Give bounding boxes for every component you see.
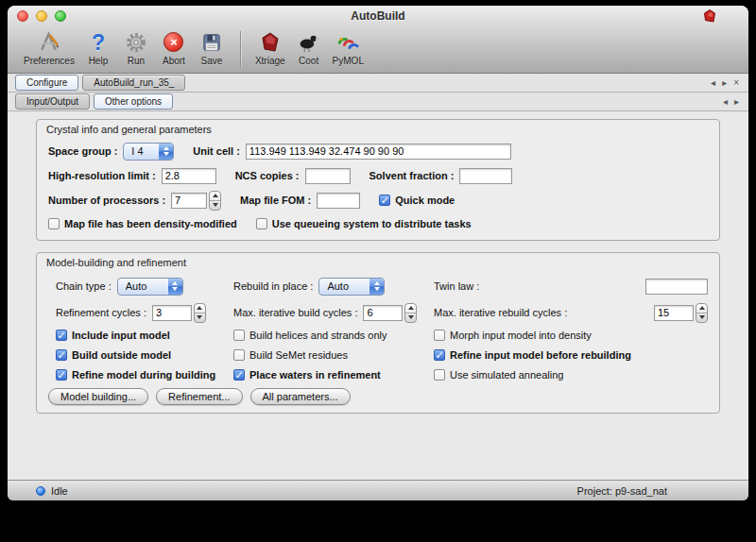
build-outside-model-checkbox[interactable]: Build outside model (56, 349, 171, 361)
abort-icon (163, 29, 183, 55)
subtab-scroll-left-icon[interactable]: ◂ (723, 97, 728, 107)
toolbar-label: Run (128, 56, 145, 66)
toolbar-button-xtriage[interactable]: Xtriage (250, 29, 290, 66)
build-semet-residues-checkbox[interactable]: Build SeMet residues (233, 349, 348, 361)
toolbar-button-coot[interactable]: Coot (290, 29, 328, 66)
high-res-input[interactable] (162, 168, 216, 184)
toolbar-label: Coot (299, 56, 318, 66)
toolbar-label: Abort (163, 56, 185, 66)
twin-law-label: Twin law : (434, 280, 479, 292)
checkbox-label: Map file has been density-modified (64, 218, 237, 229)
tab-close-icon[interactable]: × (733, 78, 739, 88)
space-group-dropdown[interactable]: I 4 (123, 143, 174, 161)
options-tab-bar: Input/Output Other options ◂ ▸ (8, 93, 748, 111)
toolbar-button-abort[interactable]: Abort (155, 29, 193, 66)
space-group-label: Space group : (48, 145, 117, 157)
help-icon: ? (92, 29, 105, 55)
tab-nav-controls: ◂ ▸ × (711, 74, 739, 92)
all-parameters-button[interactable]: All parameters... (250, 388, 351, 405)
ncs-copies-input[interactable] (305, 168, 351, 184)
crystal-row-checkboxes: Map file has been density-modified Use q… (37, 212, 719, 235)
max-rebuild-cycles-label: Max. iterative rebuild cycles : (434, 307, 567, 318)
rebuild-in-place-label: Rebuild in place : (233, 280, 313, 292)
chain-type-dropdown[interactable]: Auto (117, 278, 183, 296)
toolbar-button-run[interactable]: Run (117, 29, 155, 66)
checkbox-label: Refine input model before rebuilding (450, 349, 631, 361)
max-build-cycles-input[interactable] (363, 305, 403, 321)
tab-scroll-left-icon[interactable]: ◂ (711, 78, 715, 88)
chain-type-label: Chain type : (56, 280, 112, 292)
dropdown-value: Auto (118, 280, 168, 292)
quick-mode-checkbox[interactable]: Quick mode (379, 195, 455, 206)
processors-label: Number of processors : (48, 195, 165, 206)
include-input-model-checkbox[interactable]: Include input model (56, 330, 170, 341)
subtab-nav-controls: ◂ ▸ (723, 93, 739, 110)
tab-input-output[interactable]: Input/Output (15, 93, 90, 110)
title-bar[interactable]: AutoBuild (8, 6, 748, 26)
build-helices-strands-checkbox[interactable]: Build helices and strands only (233, 330, 387, 341)
crystal-row-space-group: Space group : I 4 Unit cell : (37, 139, 719, 163)
toolbar: Preferences ? Help Run Abort Save (8, 26, 748, 73)
xtriage-icon (259, 29, 282, 55)
solvent-fraction-input[interactable] (459, 168, 512, 184)
refine-input-model-checkbox[interactable]: Refine input model before rebuilding (434, 349, 631, 361)
tab-configure[interactable]: Configure (15, 75, 78, 91)
toolbar-label: Help (89, 56, 109, 66)
phenix-logo-icon (703, 9, 716, 23)
refine-during-building-checkbox[interactable]: Refine model during building (56, 369, 215, 381)
checkbox-box (56, 330, 67, 341)
model-checkbox-row-2: Build outside model Build SeMet residues… (37, 345, 719, 364)
model-building-button[interactable]: Model building... (48, 388, 148, 405)
subtab-scroll-right-icon[interactable]: ▸ (734, 97, 739, 107)
status-indicator-icon (36, 486, 45, 496)
checkbox-label: Place waters in refinement (249, 369, 381, 381)
toolbar-button-help[interactable]: ? Help (79, 29, 117, 66)
toolbar-button-save[interactable]: Save (193, 29, 231, 66)
model-checkbox-row-3: Refine model during building Place water… (37, 364, 719, 384)
checkbox-box (48, 218, 60, 229)
dropdown-value: I 4 (124, 145, 159, 157)
checkbox-box (56, 349, 67, 361)
ncs-copies-label: NCS copies : (235, 170, 300, 181)
place-waters-checkbox[interactable]: Place waters in refinement (233, 369, 381, 381)
rebuild-in-place-dropdown[interactable]: Auto (318, 278, 385, 296)
status-bar: Idle Project: p9-sad_nat (8, 480, 748, 500)
max-rebuild-cycles-stepper[interactable] (696, 303, 708, 323)
processors-input[interactable] (171, 193, 207, 209)
unit-cell-input[interactable] (246, 144, 511, 160)
toolbar-button-pymol[interactable]: PyMOL (328, 29, 369, 66)
group-title: Crystal info and general parameters (37, 120, 719, 139)
map-fom-input[interactable] (317, 193, 360, 209)
queueing-system-checkbox[interactable]: Use queueing system to distribute tasks (256, 218, 472, 229)
window-header: AutoBuild Preferences ? Help Run (8, 6, 748, 74)
dropdown-arrows-icon (168, 279, 182, 295)
crystal-row-processors: Number of processors : Map file FOM : Qu… (37, 188, 719, 212)
checkbox-label: Use queueing system to distribute tasks (272, 218, 472, 229)
toolbar-button-preferences[interactable]: Preferences (19, 29, 79, 66)
toolbar-label: Save (201, 56, 223, 66)
model-row-dropdowns: Chain type : Auto Rebuild in place : Aut… (37, 272, 719, 300)
toolbar-label: PyMOL (333, 56, 364, 66)
map-fom-label: Map file FOM : (240, 195, 311, 206)
refinement-button[interactable]: Refinement... (156, 388, 242, 405)
checkbox-label: Include input model (72, 330, 170, 341)
max-build-cycles-stepper[interactable] (404, 303, 417, 323)
checkbox-box (434, 330, 445, 341)
refinement-cycles-stepper[interactable] (194, 303, 206, 323)
refinement-cycles-input[interactable] (152, 305, 192, 321)
model-building-group: Model-building and refinement Chain type… (36, 252, 720, 414)
twin-law-input[interactable] (645, 279, 708, 295)
crystal-info-group: Crystal info and general parameters Spac… (36, 119, 720, 241)
tab-scroll-right-icon[interactable]: ▸ (722, 78, 727, 88)
morph-input-model-checkbox[interactable]: Morph input model into density (434, 330, 592, 341)
checkbox-box (434, 349, 445, 361)
tab-other-options[interactable]: Other options (94, 93, 173, 110)
tab-autobuild-run-35[interactable]: AutoBuild_run_35_ (82, 75, 185, 91)
simulated-annealing-checkbox[interactable]: Use simulated annealing (434, 369, 563, 381)
density-modified-checkbox[interactable]: Map file has been density-modified (48, 218, 237, 229)
preferences-icon (37, 29, 60, 55)
checkbox-box (233, 330, 245, 341)
processors-stepper[interactable] (209, 191, 221, 211)
checkbox-label: Morph input model into density (450, 330, 592, 341)
max-rebuild-cycles-input[interactable] (654, 305, 694, 321)
